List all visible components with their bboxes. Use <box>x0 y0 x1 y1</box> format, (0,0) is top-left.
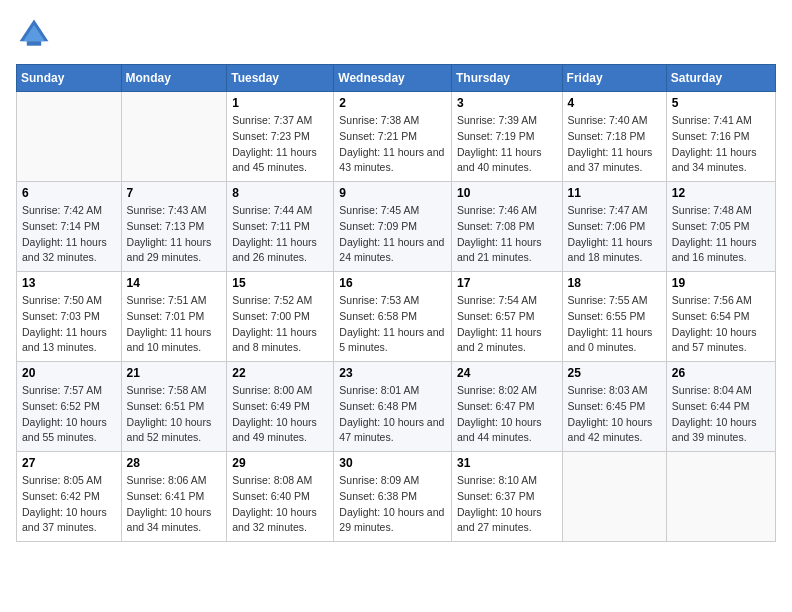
day-number: 7 <box>127 186 222 200</box>
calendar-cell: 18Sunrise: 7:55 AMSunset: 6:55 PMDayligh… <box>562 272 666 362</box>
calendar-cell: 9Sunrise: 7:45 AMSunset: 7:09 PMDaylight… <box>334 182 452 272</box>
day-info: Sunrise: 8:02 AMSunset: 6:47 PMDaylight:… <box>457 383 557 446</box>
day-info: Sunrise: 7:44 AMSunset: 7:11 PMDaylight:… <box>232 203 328 266</box>
day-number: 12 <box>672 186 770 200</box>
calendar-cell: 25Sunrise: 8:03 AMSunset: 6:45 PMDayligh… <box>562 362 666 452</box>
calendar-cell: 22Sunrise: 8:00 AMSunset: 6:49 PMDayligh… <box>227 362 334 452</box>
day-info: Sunrise: 8:01 AMSunset: 6:48 PMDaylight:… <box>339 383 446 446</box>
day-number: 11 <box>568 186 661 200</box>
calendar-week-row: 27Sunrise: 8:05 AMSunset: 6:42 PMDayligh… <box>17 452 776 542</box>
calendar-cell: 26Sunrise: 8:04 AMSunset: 6:44 PMDayligh… <box>666 362 775 452</box>
calendar-cell: 4Sunrise: 7:40 AMSunset: 7:18 PMDaylight… <box>562 92 666 182</box>
calendar-cell <box>666 452 775 542</box>
calendar-cell <box>121 92 227 182</box>
weekday-header: Wednesday <box>334 65 452 92</box>
day-number: 1 <box>232 96 328 110</box>
day-info: Sunrise: 7:38 AMSunset: 7:21 PMDaylight:… <box>339 113 446 176</box>
day-info: Sunrise: 7:43 AMSunset: 7:13 PMDaylight:… <box>127 203 222 266</box>
calendar-cell: 15Sunrise: 7:52 AMSunset: 7:00 PMDayligh… <box>227 272 334 362</box>
day-number: 5 <box>672 96 770 110</box>
weekday-header: Sunday <box>17 65 122 92</box>
calendar-cell: 30Sunrise: 8:09 AMSunset: 6:38 PMDayligh… <box>334 452 452 542</box>
calendar-cell: 27Sunrise: 8:05 AMSunset: 6:42 PMDayligh… <box>17 452 122 542</box>
day-number: 8 <box>232 186 328 200</box>
day-number: 18 <box>568 276 661 290</box>
day-info: Sunrise: 7:41 AMSunset: 7:16 PMDaylight:… <box>672 113 770 176</box>
day-info: Sunrise: 7:53 AMSunset: 6:58 PMDaylight:… <box>339 293 446 356</box>
day-info: Sunrise: 7:40 AMSunset: 7:18 PMDaylight:… <box>568 113 661 176</box>
calendar-cell: 6Sunrise: 7:42 AMSunset: 7:14 PMDaylight… <box>17 182 122 272</box>
calendar-week-row: 13Sunrise: 7:50 AMSunset: 7:03 PMDayligh… <box>17 272 776 362</box>
page-header <box>16 16 776 52</box>
weekday-header: Tuesday <box>227 65 334 92</box>
weekday-header: Thursday <box>451 65 562 92</box>
svg-rect-2 <box>27 41 41 46</box>
day-info: Sunrise: 7:39 AMSunset: 7:19 PMDaylight:… <box>457 113 557 176</box>
day-number: 19 <box>672 276 770 290</box>
calendar-cell: 21Sunrise: 7:58 AMSunset: 6:51 PMDayligh… <box>121 362 227 452</box>
day-info: Sunrise: 7:37 AMSunset: 7:23 PMDaylight:… <box>232 113 328 176</box>
day-info: Sunrise: 7:54 AMSunset: 6:57 PMDaylight:… <box>457 293 557 356</box>
day-info: Sunrise: 8:10 AMSunset: 6:37 PMDaylight:… <box>457 473 557 536</box>
weekday-header: Friday <box>562 65 666 92</box>
calendar-cell: 16Sunrise: 7:53 AMSunset: 6:58 PMDayligh… <box>334 272 452 362</box>
day-info: Sunrise: 8:09 AMSunset: 6:38 PMDaylight:… <box>339 473 446 536</box>
calendar-cell: 11Sunrise: 7:47 AMSunset: 7:06 PMDayligh… <box>562 182 666 272</box>
day-number: 22 <box>232 366 328 380</box>
logo <box>16 16 58 52</box>
calendar-cell: 8Sunrise: 7:44 AMSunset: 7:11 PMDaylight… <box>227 182 334 272</box>
day-number: 15 <box>232 276 328 290</box>
calendar-cell: 31Sunrise: 8:10 AMSunset: 6:37 PMDayligh… <box>451 452 562 542</box>
day-info: Sunrise: 7:58 AMSunset: 6:51 PMDaylight:… <box>127 383 222 446</box>
day-info: Sunrise: 7:42 AMSunset: 7:14 PMDaylight:… <box>22 203 116 266</box>
day-number: 17 <box>457 276 557 290</box>
day-info: Sunrise: 8:05 AMSunset: 6:42 PMDaylight:… <box>22 473 116 536</box>
day-number: 25 <box>568 366 661 380</box>
day-number: 31 <box>457 456 557 470</box>
day-info: Sunrise: 7:55 AMSunset: 6:55 PMDaylight:… <box>568 293 661 356</box>
calendar-cell: 17Sunrise: 7:54 AMSunset: 6:57 PMDayligh… <box>451 272 562 362</box>
calendar-cell <box>17 92 122 182</box>
day-number: 23 <box>339 366 446 380</box>
calendar-cell: 23Sunrise: 8:01 AMSunset: 6:48 PMDayligh… <box>334 362 452 452</box>
calendar-cell: 29Sunrise: 8:08 AMSunset: 6:40 PMDayligh… <box>227 452 334 542</box>
day-info: Sunrise: 8:03 AMSunset: 6:45 PMDaylight:… <box>568 383 661 446</box>
weekday-header: Monday <box>121 65 227 92</box>
calendar-week-row: 1Sunrise: 7:37 AMSunset: 7:23 PMDaylight… <box>17 92 776 182</box>
day-info: Sunrise: 8:08 AMSunset: 6:40 PMDaylight:… <box>232 473 328 536</box>
day-number: 16 <box>339 276 446 290</box>
calendar-cell: 12Sunrise: 7:48 AMSunset: 7:05 PMDayligh… <box>666 182 775 272</box>
day-number: 24 <box>457 366 557 380</box>
calendar-cell: 10Sunrise: 7:46 AMSunset: 7:08 PMDayligh… <box>451 182 562 272</box>
day-info: Sunrise: 7:50 AMSunset: 7:03 PMDaylight:… <box>22 293 116 356</box>
calendar-cell: 1Sunrise: 7:37 AMSunset: 7:23 PMDaylight… <box>227 92 334 182</box>
day-number: 4 <box>568 96 661 110</box>
day-number: 13 <box>22 276 116 290</box>
day-info: Sunrise: 7:51 AMSunset: 7:01 PMDaylight:… <box>127 293 222 356</box>
day-info: Sunrise: 7:52 AMSunset: 7:00 PMDaylight:… <box>232 293 328 356</box>
day-number: 10 <box>457 186 557 200</box>
day-number: 21 <box>127 366 222 380</box>
day-info: Sunrise: 8:04 AMSunset: 6:44 PMDaylight:… <box>672 383 770 446</box>
day-number: 30 <box>339 456 446 470</box>
calendar-header: SundayMondayTuesdayWednesdayThursdayFrid… <box>17 65 776 92</box>
calendar-cell: 7Sunrise: 7:43 AMSunset: 7:13 PMDaylight… <box>121 182 227 272</box>
day-number: 6 <box>22 186 116 200</box>
calendar-week-row: 6Sunrise: 7:42 AMSunset: 7:14 PMDaylight… <box>17 182 776 272</box>
calendar-cell: 2Sunrise: 7:38 AMSunset: 7:21 PMDaylight… <box>334 92 452 182</box>
day-info: Sunrise: 7:47 AMSunset: 7:06 PMDaylight:… <box>568 203 661 266</box>
day-info: Sunrise: 7:56 AMSunset: 6:54 PMDaylight:… <box>672 293 770 356</box>
calendar-cell: 28Sunrise: 8:06 AMSunset: 6:41 PMDayligh… <box>121 452 227 542</box>
day-number: 28 <box>127 456 222 470</box>
weekday-header: Saturday <box>666 65 775 92</box>
day-number: 20 <box>22 366 116 380</box>
day-number: 2 <box>339 96 446 110</box>
day-number: 3 <box>457 96 557 110</box>
calendar-cell: 20Sunrise: 7:57 AMSunset: 6:52 PMDayligh… <box>17 362 122 452</box>
day-info: Sunrise: 7:45 AMSunset: 7:09 PMDaylight:… <box>339 203 446 266</box>
calendar-cell: 5Sunrise: 7:41 AMSunset: 7:16 PMDaylight… <box>666 92 775 182</box>
day-info: Sunrise: 8:06 AMSunset: 6:41 PMDaylight:… <box>127 473 222 536</box>
calendar-cell: 24Sunrise: 8:02 AMSunset: 6:47 PMDayligh… <box>451 362 562 452</box>
day-number: 27 <box>22 456 116 470</box>
day-number: 26 <box>672 366 770 380</box>
